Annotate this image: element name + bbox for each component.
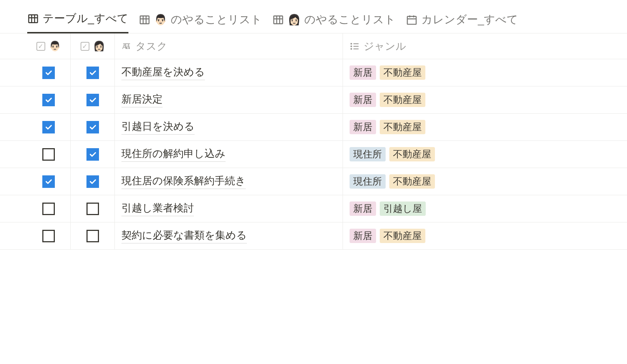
tab-3[interactable]: カレンダー_すべて — [406, 12, 518, 33]
tab-emoji: 👨🏻 — [154, 14, 167, 26]
cell-task[interactable]: 不動産屋を決める — [115, 59, 343, 86]
calendar-icon — [406, 14, 418, 26]
table-icon — [272, 14, 284, 26]
table-row: 契約に必要な書類を集める新居不動産屋 — [0, 222, 627, 250]
person2-checkbox[interactable] — [86, 148, 99, 161]
tag-realtor: 不動産屋 — [380, 229, 425, 243]
task-column-label: タスク — [135, 39, 167, 53]
row-left-pad — [0, 195, 26, 222]
cell-task[interactable]: 引越し業者検討 — [115, 195, 343, 222]
table-header: 👨🏻 👩🏻 Aa タスク ジャンル — [0, 33, 627, 59]
cell-person2 — [71, 195, 115, 222]
task-title[interactable]: 新居決定 — [121, 92, 163, 107]
header-left-pad — [0, 33, 26, 59]
person1-checkbox[interactable] — [42, 230, 55, 242]
table-icon — [27, 13, 39, 25]
tag-new_home: 新居 — [350, 120, 376, 134]
person2-checkbox[interactable] — [86, 94, 99, 106]
svg-rect-12 — [407, 16, 416, 24]
cell-person2 — [71, 59, 115, 86]
svg-point-21 — [351, 46, 352, 46]
svg-rect-4 — [140, 16, 149, 24]
cell-genre[interactable]: 新居不動産屋 — [343, 86, 627, 113]
column-header-person2[interactable]: 👩🏻 — [71, 33, 115, 59]
tag-current: 現住所 — [350, 174, 386, 189]
tab-label: のやることリスト — [304, 12, 396, 27]
person1-checkbox[interactable] — [42, 121, 55, 133]
database-table: 👨🏻 👩🏻 Aa タスク ジャンル 不動産屋を決める新居不動産屋新居決定新居不動… — [0, 33, 627, 250]
cell-genre[interactable]: 新居不動産屋 — [343, 59, 627, 86]
cell-task[interactable]: 引越日を決める — [115, 114, 343, 140]
column-header-genre[interactable]: ジャンル — [343, 33, 627, 59]
svg-rect-0 — [29, 15, 38, 22]
cell-genre[interactable]: 現住所不動産屋 — [343, 141, 627, 168]
task-title[interactable]: 不動産屋を決める — [121, 65, 205, 80]
table-row: 引越日を決める新居不動産屋 — [0, 114, 627, 141]
cell-person2 — [71, 114, 115, 140]
genre-column-label: ジャンル — [364, 39, 406, 53]
cell-genre[interactable]: 現住所不動産屋 — [343, 168, 627, 195]
tag-mover: 引越し屋 — [380, 201, 426, 216]
cell-person1 — [26, 86, 71, 113]
checkbox-property-icon — [36, 42, 45, 51]
tab-2[interactable]: 👩🏻のやることリスト — [272, 12, 396, 33]
tag-realtor: 不動産屋 — [380, 120, 425, 134]
svg-point-20 — [351, 43, 352, 44]
tag-new_home: 新居 — [350, 65, 376, 80]
column-header-task[interactable]: Aa タスク — [115, 33, 343, 59]
person1-checkbox[interactable] — [42, 148, 55, 161]
row-left-pad — [0, 114, 26, 140]
svg-text:Aa: Aa — [122, 43, 130, 50]
cell-person2 — [71, 141, 115, 168]
cell-person1 — [26, 141, 71, 168]
person2-checkbox[interactable] — [86, 175, 99, 188]
table-row: 引越し業者検討新居引越し屋 — [0, 195, 627, 222]
tab-label: テーブル_すべて — [43, 11, 128, 26]
tag-new_home: 新居 — [350, 201, 376, 216]
person1-emoji: 👨🏻 — [49, 40, 61, 52]
table-row: 現住所の解約申し込み現住所不動産屋 — [0, 141, 627, 168]
cell-genre[interactable]: 新居引越し屋 — [343, 195, 627, 222]
person2-checkbox[interactable] — [86, 67, 99, 79]
column-header-person1[interactable]: 👨🏻 — [26, 33, 71, 59]
person1-checkbox[interactable] — [42, 203, 55, 215]
cell-task[interactable]: 現住所の解約申し込み — [115, 141, 343, 168]
row-left-pad — [0, 59, 26, 86]
tab-0[interactable]: テーブル_すべて — [27, 11, 128, 33]
cell-person2 — [71, 222, 115, 249]
person2-checkbox[interactable] — [86, 203, 99, 215]
task-title[interactable]: 契約に必要な書類を集める — [121, 228, 247, 243]
person2-emoji: 👩🏻 — [93, 40, 105, 52]
svg-point-22 — [351, 48, 352, 49]
cell-task[interactable]: 新居決定 — [115, 86, 343, 113]
person2-checkbox[interactable] — [86, 230, 99, 242]
person1-checkbox[interactable] — [42, 67, 55, 79]
checkbox-property-icon — [81, 42, 89, 51]
cell-task[interactable]: 現住居の保険系解約手続き — [115, 168, 343, 195]
tab-label: カレンダー_すべて — [421, 12, 518, 27]
view-tabs: テーブル_すべて👨🏻のやることリスト👩🏻のやることリストカレンダー_すべて — [0, 0, 627, 33]
tab-1[interactable]: 👨🏻のやることリスト — [139, 12, 262, 33]
task-title[interactable]: 引越日を決める — [121, 119, 195, 135]
svg-rect-8 — [274, 16, 283, 24]
row-left-pad — [0, 141, 26, 168]
task-title[interactable]: 現住居の保険系解約手続き — [121, 174, 246, 189]
tag-realtor: 不動産屋 — [389, 174, 435, 189]
person1-checkbox[interactable] — [42, 94, 55, 106]
cell-person1 — [26, 114, 71, 140]
tag-new_home: 新居 — [350, 93, 376, 107]
cell-genre[interactable]: 新居不動産屋 — [343, 222, 627, 249]
cell-person1 — [26, 222, 71, 249]
table-row: 不動産屋を決める新居不動産屋 — [0, 59, 627, 86]
task-title[interactable]: 引越し業者検討 — [121, 201, 194, 216]
task-title[interactable]: 現住所の解約申し込み — [121, 147, 226, 162]
tab-label: のやることリスト — [171, 12, 262, 27]
person2-checkbox[interactable] — [86, 121, 99, 133]
cell-genre[interactable]: 新居不動産屋 — [343, 114, 627, 140]
cell-person1 — [26, 168, 71, 195]
cell-person2 — [71, 168, 115, 195]
cell-task[interactable]: 契約に必要な書類を集める — [115, 222, 343, 249]
cell-person1 — [26, 195, 71, 222]
table-row: 新居決定新居不動産屋 — [0, 86, 627, 114]
person1-checkbox[interactable] — [42, 175, 55, 188]
